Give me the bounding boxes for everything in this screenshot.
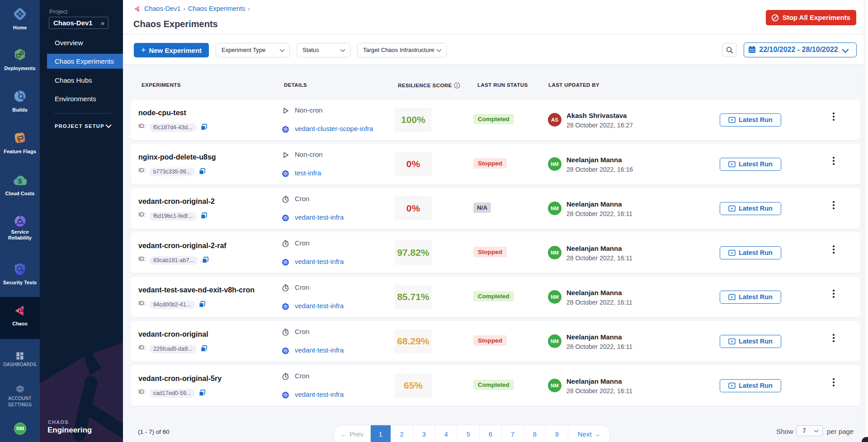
- svg-text:$: $: [18, 177, 22, 185]
